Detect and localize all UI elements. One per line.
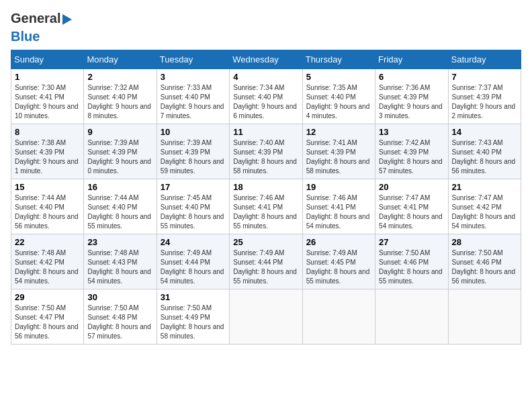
calendar-cell: 11Sunrise: 7:40 AM Sunset: 4:39 PM Dayli… bbox=[230, 124, 302, 179]
page-header: General Blue bbox=[11, 11, 521, 44]
day-info: Sunrise: 7:32 AM Sunset: 4:40 PM Dayligh… bbox=[87, 83, 152, 121]
calendar-cell: 10Sunrise: 7:39 AM Sunset: 4:39 PM Dayli… bbox=[157, 124, 229, 179]
day-info: Sunrise: 7:45 AM Sunset: 4:40 PM Dayligh… bbox=[161, 193, 226, 231]
calendar-cell: 21Sunrise: 7:47 AM Sunset: 4:42 PM Dayli… bbox=[448, 179, 521, 234]
calendar-cell: 5Sunrise: 7:35 AM Sunset: 4:40 PM Daylig… bbox=[302, 69, 375, 124]
weekday-header-friday: Friday bbox=[375, 50, 448, 69]
day-number: 3 bbox=[161, 72, 226, 82]
calendar-cell: 13Sunrise: 7:42 AM Sunset: 4:39 PM Dayli… bbox=[375, 124, 448, 179]
calendar-cell: 24Sunrise: 7:49 AM Sunset: 4:44 PM Dayli… bbox=[157, 234, 229, 289]
calendar-cell bbox=[375, 289, 448, 345]
day-info: Sunrise: 7:44 AM Sunset: 4:40 PM Dayligh… bbox=[87, 193, 152, 231]
day-number: 20 bbox=[379, 182, 444, 192]
day-info: Sunrise: 7:39 AM Sunset: 4:39 PM Dayligh… bbox=[87, 138, 152, 176]
day-number: 19 bbox=[306, 182, 371, 192]
day-info: Sunrise: 7:50 AM Sunset: 4:47 PM Dayligh… bbox=[15, 304, 80, 341]
day-info: Sunrise: 7:36 AM Sunset: 4:39 PM Dayligh… bbox=[379, 83, 444, 121]
calendar-cell: 9Sunrise: 7:39 AM Sunset: 4:39 PM Daylig… bbox=[84, 124, 157, 179]
day-number: 9 bbox=[87, 127, 152, 137]
logo: General Blue bbox=[11, 11, 72, 44]
calendar-cell: 30Sunrise: 7:50 AM Sunset: 4:48 PM Dayli… bbox=[84, 289, 157, 345]
day-info: Sunrise: 7:46 AM Sunset: 4:41 PM Dayligh… bbox=[233, 193, 298, 231]
calendar-cell: 6Sunrise: 7:36 AM Sunset: 4:39 PM Daylig… bbox=[375, 69, 448, 124]
calendar-cell: 15Sunrise: 7:44 AM Sunset: 4:40 PM Dayli… bbox=[11, 179, 84, 234]
day-info: Sunrise: 7:44 AM Sunset: 4:40 PM Dayligh… bbox=[15, 193, 80, 231]
logo-general: General bbox=[11, 11, 60, 26]
day-info: Sunrise: 7:50 AM Sunset: 4:49 PM Dayligh… bbox=[161, 304, 226, 341]
calendar-cell: 3Sunrise: 7:33 AM Sunset: 4:40 PM Daylig… bbox=[157, 69, 229, 124]
day-info: Sunrise: 7:48 AM Sunset: 4:42 PM Dayligh… bbox=[15, 248, 80, 286]
logo-blue-label: Blue bbox=[11, 29, 40, 44]
calendar-cell: 18Sunrise: 7:46 AM Sunset: 4:41 PM Dayli… bbox=[230, 179, 302, 234]
day-number: 8 bbox=[15, 127, 80, 137]
day-info: Sunrise: 7:49 AM Sunset: 4:44 PM Dayligh… bbox=[161, 248, 226, 286]
day-number: 17 bbox=[161, 182, 226, 192]
calendar-cell: 22Sunrise: 7:48 AM Sunset: 4:42 PM Dayli… bbox=[11, 234, 84, 289]
day-number: 1 bbox=[15, 72, 80, 82]
calendar-cell: 16Sunrise: 7:44 AM Sunset: 4:40 PM Dayli… bbox=[84, 179, 157, 234]
day-info: Sunrise: 7:46 AM Sunset: 4:41 PM Dayligh… bbox=[306, 193, 371, 231]
day-info: Sunrise: 7:40 AM Sunset: 4:39 PM Dayligh… bbox=[233, 138, 298, 176]
day-number: 24 bbox=[161, 237, 226, 247]
calendar-cell: 17Sunrise: 7:45 AM Sunset: 4:40 PM Dayli… bbox=[157, 179, 229, 234]
calendar-cell: 8Sunrise: 7:38 AM Sunset: 4:39 PM Daylig… bbox=[11, 124, 84, 179]
weekday-header-thursday: Thursday bbox=[302, 50, 375, 69]
day-info: Sunrise: 7:34 AM Sunset: 4:40 PM Dayligh… bbox=[233, 83, 298, 121]
day-number: 23 bbox=[87, 237, 152, 247]
calendar-cell: 26Sunrise: 7:49 AM Sunset: 4:45 PM Dayli… bbox=[302, 234, 375, 289]
calendar-week-4: 22Sunrise: 7:48 AM Sunset: 4:42 PM Dayli… bbox=[11, 234, 521, 289]
calendar-cell: 4Sunrise: 7:34 AM Sunset: 4:40 PM Daylig… bbox=[230, 69, 302, 124]
calendar-cell: 19Sunrise: 7:46 AM Sunset: 4:41 PM Dayli… bbox=[302, 179, 375, 234]
calendar-cell: 28Sunrise: 7:50 AM Sunset: 4:46 PM Dayli… bbox=[448, 234, 521, 289]
day-info: Sunrise: 7:30 AM Sunset: 4:41 PM Dayligh… bbox=[15, 83, 80, 121]
calendar-week-3: 15Sunrise: 7:44 AM Sunset: 4:40 PM Dayli… bbox=[11, 179, 521, 234]
calendar-cell: 20Sunrise: 7:47 AM Sunset: 4:41 PM Dayli… bbox=[375, 179, 448, 234]
calendar-table: SundayMondayTuesdayWednesdayThursdayFrid… bbox=[11, 50, 521, 345]
day-info: Sunrise: 7:42 AM Sunset: 4:39 PM Dayligh… bbox=[379, 138, 444, 176]
weekday-header-wednesday: Wednesday bbox=[230, 50, 302, 69]
day-info: Sunrise: 7:35 AM Sunset: 4:40 PM Dayligh… bbox=[306, 83, 371, 121]
day-number: 27 bbox=[379, 237, 444, 247]
day-number: 5 bbox=[306, 72, 371, 82]
day-info: Sunrise: 7:37 AM Sunset: 4:39 PM Dayligh… bbox=[452, 83, 517, 121]
calendar-cell: 7Sunrise: 7:37 AM Sunset: 4:39 PM Daylig… bbox=[448, 69, 521, 124]
calendar-cell: 23Sunrise: 7:48 AM Sunset: 4:43 PM Dayli… bbox=[84, 234, 157, 289]
day-number: 22 bbox=[15, 237, 80, 247]
calendar-cell bbox=[448, 289, 521, 345]
day-info: Sunrise: 7:48 AM Sunset: 4:43 PM Dayligh… bbox=[87, 248, 152, 286]
weekday-header-sunday: Sunday bbox=[11, 50, 84, 69]
calendar-body: 1Sunrise: 7:30 AM Sunset: 4:41 PM Daylig… bbox=[11, 69, 521, 345]
calendar-cell: 2Sunrise: 7:32 AM Sunset: 4:40 PM Daylig… bbox=[84, 69, 157, 124]
day-info: Sunrise: 7:50 AM Sunset: 4:48 PM Dayligh… bbox=[87, 304, 152, 341]
calendar-cell: 14Sunrise: 7:43 AM Sunset: 4:40 PM Dayli… bbox=[448, 124, 521, 179]
day-info: Sunrise: 7:47 AM Sunset: 4:42 PM Dayligh… bbox=[452, 193, 517, 231]
weekday-header-row: SundayMondayTuesdayWednesdayThursdayFrid… bbox=[11, 50, 521, 69]
day-info: Sunrise: 7:50 AM Sunset: 4:46 PM Dayligh… bbox=[379, 248, 444, 286]
day-number: 4 bbox=[233, 72, 298, 82]
calendar-cell: 29Sunrise: 7:50 AM Sunset: 4:47 PM Dayli… bbox=[11, 289, 84, 345]
weekday-header-tuesday: Tuesday bbox=[157, 50, 229, 69]
day-number: 14 bbox=[452, 127, 517, 137]
logo-text: General bbox=[11, 11, 72, 26]
weekday-header-saturday: Saturday bbox=[448, 50, 521, 69]
weekday-header-monday: Monday bbox=[84, 50, 157, 69]
day-number: 30 bbox=[87, 292, 152, 302]
day-number: 10 bbox=[161, 127, 226, 137]
day-info: Sunrise: 7:39 AM Sunset: 4:39 PM Dayligh… bbox=[161, 138, 226, 176]
logo-arrow-icon bbox=[62, 14, 72, 25]
calendar-cell bbox=[302, 289, 375, 345]
calendar-cell: 25Sunrise: 7:49 AM Sunset: 4:44 PM Dayli… bbox=[230, 234, 302, 289]
calendar-cell: 12Sunrise: 7:41 AM Sunset: 4:39 PM Dayli… bbox=[302, 124, 375, 179]
day-number: 18 bbox=[233, 182, 298, 192]
day-number: 29 bbox=[15, 292, 80, 302]
calendar-cell: 1Sunrise: 7:30 AM Sunset: 4:41 PM Daylig… bbox=[11, 69, 84, 124]
day-info: Sunrise: 7:49 AM Sunset: 4:45 PM Dayligh… bbox=[306, 248, 371, 286]
day-info: Sunrise: 7:41 AM Sunset: 4:39 PM Dayligh… bbox=[306, 138, 371, 176]
day-number: 6 bbox=[379, 72, 444, 82]
day-number: 13 bbox=[379, 127, 444, 137]
day-number: 15 bbox=[15, 182, 80, 192]
calendar-week-2: 8Sunrise: 7:38 AM Sunset: 4:39 PM Daylig… bbox=[11, 124, 521, 179]
calendar-week-5: 29Sunrise: 7:50 AM Sunset: 4:47 PM Dayli… bbox=[11, 289, 521, 345]
day-info: Sunrise: 7:33 AM Sunset: 4:40 PM Dayligh… bbox=[161, 83, 226, 121]
day-info: Sunrise: 7:47 AM Sunset: 4:41 PM Dayligh… bbox=[379, 193, 444, 231]
